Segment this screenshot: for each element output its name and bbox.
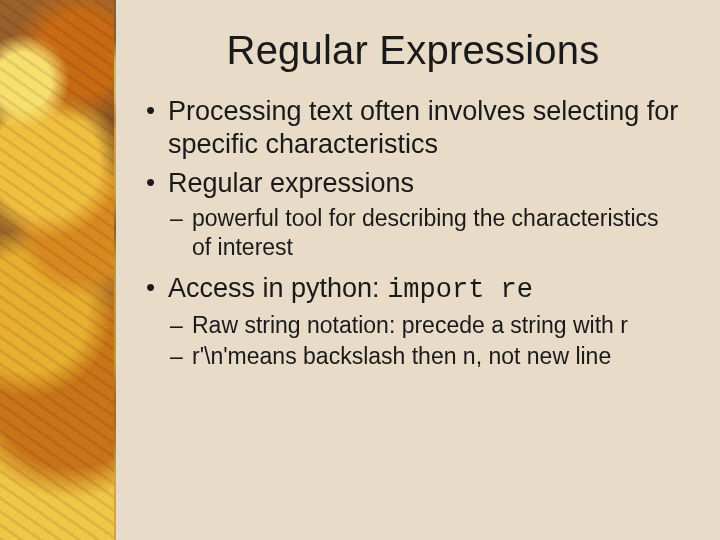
sub-bullet-item: powerful tool for describing the charact… bbox=[168, 204, 684, 262]
sub-bullet-item: Raw string notation: precede a string wi… bbox=[168, 311, 684, 340]
bullet-text: Processing text often involves selecting… bbox=[168, 96, 678, 159]
slide-content: Regular Expressions Processing text ofte… bbox=[116, 0, 720, 540]
bullet-item: Access in python: import re Raw string n… bbox=[142, 272, 684, 371]
bullet-text: Regular expressions bbox=[168, 168, 414, 198]
bullet-text: Access in python: bbox=[168, 273, 387, 303]
bullet-list: Processing text often involves selecting… bbox=[142, 95, 684, 371]
bullet-item: Processing text often involves selecting… bbox=[142, 95, 684, 161]
sub-bullet-item: r'\n'means backslash then n, not new lin… bbox=[168, 342, 684, 371]
bullet-item: Regular expressions powerful tool for de… bbox=[142, 167, 684, 262]
inline-code: import re bbox=[387, 275, 533, 305]
sub-bullet-text: r'\n'means backslash then n, not new lin… bbox=[192, 343, 611, 369]
sub-bullet-list: powerful tool for describing the charact… bbox=[168, 204, 684, 262]
sub-bullet-text: powerful tool for describing the charact… bbox=[192, 205, 659, 260]
slide-title: Regular Expressions bbox=[142, 28, 684, 73]
sub-bullet-list: Raw string notation: precede a string wi… bbox=[168, 311, 684, 371]
sub-bullet-text: Raw string notation: precede a string wi… bbox=[192, 312, 628, 338]
decorative-sidebar-image bbox=[0, 0, 116, 540]
